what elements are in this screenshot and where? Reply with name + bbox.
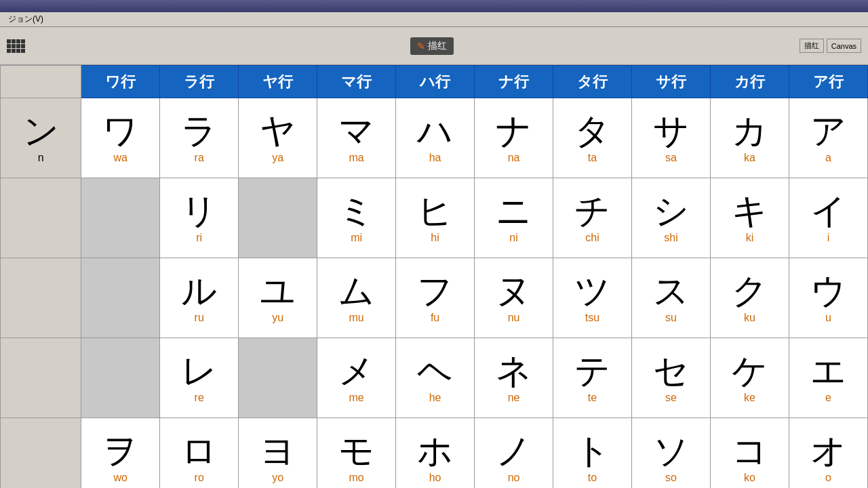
- kana-cell: アa: [789, 98, 867, 178]
- kana-cell: [239, 178, 317, 258]
- kana-cell: ハha: [396, 98, 475, 178]
- kana-cell: レre: [160, 338, 239, 418]
- kana-cell: スsu: [632, 258, 711, 338]
- header-na: ナ行: [475, 66, 553, 98]
- kana-cell: [81, 178, 160, 258]
- menu-bar: ジョン(V): [0, 12, 868, 27]
- kana-cell: ムmu: [317, 258, 396, 338]
- kana-cell: ツtsu: [553, 258, 632, 338]
- kana-cell: セse: [632, 338, 711, 418]
- grid-icon: [7, 39, 25, 53]
- kana-cell: カka: [710, 98, 789, 178]
- header-corner: [1, 66, 81, 98]
- badge-area: ✎ 描红: [410, 37, 458, 55]
- kana-cell: キki: [710, 178, 789, 258]
- kana-cell: ナna: [475, 98, 553, 178]
- kana-cell: ミmi: [317, 178, 396, 258]
- row-label-cell: [1, 338, 81, 418]
- app-header: ✎ 描红 描红 Canvas: [0, 27, 868, 65]
- table-row: ヲwoロroヨyoモmoホhoノnoトtoソsoコkoオo: [1, 418, 868, 489]
- row-label-cell: ンn: [1, 98, 81, 178]
- kana-cell: ユyu: [239, 258, 317, 338]
- kana-cell: テte: [553, 338, 632, 418]
- kana-cell: チchi: [553, 178, 632, 258]
- kana-cell: [81, 338, 160, 418]
- kana-cell: ロro: [160, 418, 239, 489]
- table-row: ルruユyuムmuフfuヌnuツtsuスsuクkuウu: [1, 258, 868, 338]
- header-ta: タ行: [553, 66, 632, 98]
- kana-cell: リri: [160, 178, 239, 258]
- kana-cell: ヘhe: [396, 338, 475, 418]
- header-ra: ラ行: [160, 66, 239, 98]
- badge: ✎ 描红: [410, 37, 454, 55]
- kana-cell: フfu: [396, 258, 475, 338]
- kana-cell: ヲwo: [81, 418, 160, 489]
- kana-cell: タta: [553, 98, 632, 178]
- kana-cell: ヤya: [239, 98, 317, 178]
- pencil-icon: ✎: [417, 41, 425, 52]
- gojuon-table: ワ行 ラ行 ヤ行 マ行 ハ行 ナ行 タ行 サ行 カ行 ア行 ンnワwaラraヤy…: [0, 65, 868, 488]
- header-ma: マ行: [317, 66, 396, 98]
- table-row: リriミmiヒhiニniチchiシshiキkiイi: [1, 178, 868, 258]
- kana-cell: [81, 258, 160, 338]
- kana-cell: モmo: [317, 418, 396, 489]
- menu-item-jon[interactable]: ジョン(V): [3, 12, 49, 26]
- table-body: ンnワwaラraヤyaマmaハhaナnaタtaサsaカkaアaリriミmiヒhi…: [1, 98, 868, 489]
- kana-cell: ネne: [475, 338, 553, 418]
- row-label-cell: [1, 418, 81, 489]
- kana-cell: ヨyo: [239, 418, 317, 489]
- header-sa: サ行: [632, 66, 711, 98]
- header-ka: カ行: [710, 66, 789, 98]
- row-label-cell: [1, 178, 81, 258]
- header-a: ア行: [789, 66, 867, 98]
- canvas-button[interactable]: Canvas: [827, 39, 861, 53]
- header-wa: ワ行: [81, 66, 160, 98]
- title-bar: [0, 0, 868, 12]
- kana-cell: ワwa: [81, 98, 160, 178]
- kana-cell: イi: [789, 178, 867, 258]
- kana-cell: トto: [553, 418, 632, 489]
- kana-cell: オo: [789, 418, 867, 489]
- kana-cell: マma: [317, 98, 396, 178]
- kana-cell: サsa: [632, 98, 711, 178]
- kana-cell: [239, 338, 317, 418]
- kana-cell: ホho: [396, 418, 475, 489]
- kana-cell: クku: [710, 258, 789, 338]
- kana-cell: ヌnu: [475, 258, 553, 338]
- header-ya: ヤ行: [239, 66, 317, 98]
- miaohong-button[interactable]: 描红: [800, 39, 824, 53]
- kana-cell: コko: [710, 418, 789, 489]
- table-container: ワ行 ラ行 ヤ行 マ行 ハ行 ナ行 タ行 サ行 カ行 ア行 ンnワwaラraヤy…: [0, 65, 868, 488]
- kana-cell: シshi: [632, 178, 711, 258]
- kana-cell: ソso: [632, 418, 711, 489]
- kana-cell: ニni: [475, 178, 553, 258]
- kana-cell: ラra: [160, 98, 239, 178]
- kana-cell: エe: [789, 338, 867, 418]
- kana-cell: メme: [317, 338, 396, 418]
- btn-area: 描红 Canvas: [800, 39, 861, 53]
- badge-label-text: 描红: [428, 40, 447, 52]
- kana-cell: ケke: [710, 338, 789, 418]
- app-title: [7, 39, 31, 53]
- kana-cell: ウu: [789, 258, 867, 338]
- kana-cell: ヒhi: [396, 178, 475, 258]
- table-row: ンnワwaラraヤyaマmaハhaナnaタtaサsaカkaアa: [1, 98, 868, 178]
- kana-cell: ルru: [160, 258, 239, 338]
- row-label-cell: [1, 258, 81, 338]
- table-row: レreメmeヘheネneテteセseケkeエe: [1, 338, 868, 418]
- header-ha: ハ行: [396, 66, 475, 98]
- kana-cell: ノno: [475, 418, 553, 489]
- header-row: ワ行 ラ行 ヤ行 マ行 ハ行 ナ行 タ行 サ行 カ行 ア行: [1, 66, 868, 98]
